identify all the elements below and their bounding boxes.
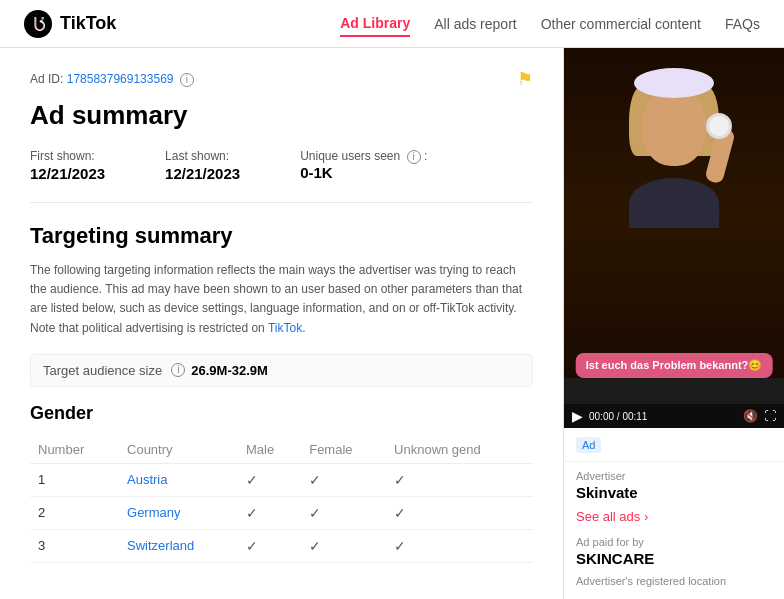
female-check: ✓ bbox=[309, 472, 321, 488]
svg-point-0 bbox=[24, 10, 52, 38]
right-panel: Ist euch das Problem bekannt?😊 ▶ 00:00 /… bbox=[564, 48, 784, 599]
ad-paid-value: SKINCARE bbox=[576, 550, 772, 567]
tiktok-icon bbox=[24, 10, 52, 38]
female-check: ✓ bbox=[309, 538, 321, 554]
ad-id-row: Ad ID: 1785837969133569 i ⚑ bbox=[30, 68, 533, 90]
nav-ad-library[interactable]: Ad Library bbox=[340, 11, 410, 37]
volume-button[interactable]: 🔇 bbox=[743, 409, 758, 423]
col-female: Female bbox=[301, 436, 386, 464]
video-overlay-text: Ist euch das Problem bekannt?😊 bbox=[576, 353, 773, 378]
tiktok-link[interactable]: TikTok bbox=[268, 321, 302, 335]
ad-id-info-icon[interactable]: i bbox=[180, 73, 194, 87]
play-button[interactable]: ▶ bbox=[572, 408, 583, 424]
last-shown-label: Last shown: bbox=[165, 149, 240, 163]
last-shown-block: Last shown: 12/21/2023 bbox=[165, 149, 240, 182]
registered-location-label: Advertiser's registered location bbox=[576, 575, 772, 587]
divider-1 bbox=[30, 202, 533, 203]
unknown-check: ✓ bbox=[394, 538, 406, 554]
ad-badge-label: Ad bbox=[576, 437, 601, 453]
row-female: ✓ bbox=[301, 496, 386, 529]
row-unknown: ✓ bbox=[386, 529, 533, 562]
targeting-desc: The following targeting information refl… bbox=[30, 261, 533, 338]
ad-summary-title: Ad summary bbox=[30, 100, 533, 131]
table-header-row: Number Country Male Female Unknown gend bbox=[30, 436, 533, 464]
see-all-ads-link[interactable]: See all ads bbox=[576, 509, 772, 524]
app-header: TikTok Ad Library All ads report Other c… bbox=[0, 0, 784, 48]
row-country: Austria bbox=[119, 463, 238, 496]
nav-other-commercial[interactable]: Other commercial content bbox=[541, 12, 701, 36]
table-row: 2 Germany ✓ ✓ ✓ bbox=[30, 496, 533, 529]
ad-badge-row: Ad bbox=[564, 428, 784, 462]
targeting-title: Targeting summary bbox=[30, 223, 533, 249]
nav-all-ads-report[interactable]: All ads report bbox=[434, 12, 516, 36]
col-country: Country bbox=[119, 436, 238, 464]
female-check: ✓ bbox=[309, 505, 321, 521]
unique-users-label: Unique users seen i : bbox=[300, 149, 427, 164]
col-number: Number bbox=[30, 436, 119, 464]
logo: TikTok bbox=[24, 10, 116, 38]
logo-text: TikTok bbox=[60, 13, 116, 34]
gender-title: Gender bbox=[30, 403, 533, 424]
ad-paid-label: Ad paid for by bbox=[576, 536, 772, 548]
audience-info-icon[interactable]: i bbox=[171, 363, 185, 377]
male-check: ✓ bbox=[246, 472, 258, 488]
row-country: Switzerland bbox=[119, 529, 238, 562]
main-nav: Ad Library All ads report Other commerci… bbox=[340, 11, 760, 37]
row-male: ✓ bbox=[238, 496, 301, 529]
video-container: Ist euch das Problem bekannt?😊 ▶ 00:00 /… bbox=[564, 48, 784, 428]
main-container: Ad ID: 1785837969133569 i ⚑ Ad summary F… bbox=[0, 48, 784, 599]
row-unknown: ✓ bbox=[386, 496, 533, 529]
row-unknown: ✓ bbox=[386, 463, 533, 496]
row-male: ✓ bbox=[238, 463, 301, 496]
unknown-check: ✓ bbox=[394, 505, 406, 521]
ad-id-text: Ad ID: 1785837969133569 i bbox=[30, 72, 194, 87]
audience-row: Target audience size i 26.9M-32.9M bbox=[30, 354, 533, 387]
unique-users-block: Unique users seen i : 0-1K bbox=[300, 149, 427, 182]
video-controls: ▶ 00:00 / 00:11 🔇 ⛶ bbox=[564, 404, 784, 428]
fullscreen-button[interactable]: ⛶ bbox=[764, 409, 776, 423]
unknown-check: ✓ bbox=[394, 472, 406, 488]
nav-faqs[interactable]: FAQs bbox=[725, 12, 760, 36]
first-shown-value: 12/21/2023 bbox=[30, 165, 105, 182]
row-male: ✓ bbox=[238, 529, 301, 562]
male-check: ✓ bbox=[246, 505, 258, 521]
last-shown-value: 12/21/2023 bbox=[165, 165, 240, 182]
audience-size-label: Target audience size bbox=[43, 363, 162, 378]
male-check: ✓ bbox=[246, 538, 258, 554]
col-unknown: Unknown gend bbox=[386, 436, 533, 464]
unique-users-value: 0-1K bbox=[300, 164, 427, 181]
row-number: 2 bbox=[30, 496, 119, 529]
table-row: 3 Switzerland ✓ ✓ ✓ bbox=[30, 529, 533, 562]
dates-row: First shown: 12/21/2023 Last shown: 12/2… bbox=[30, 149, 533, 182]
col-male: Male bbox=[238, 436, 301, 464]
row-female: ✓ bbox=[301, 463, 386, 496]
row-country: Germany bbox=[119, 496, 238, 529]
flag-icon[interactable]: ⚑ bbox=[517, 68, 533, 90]
row-number: 3 bbox=[30, 529, 119, 562]
row-number: 1 bbox=[30, 463, 119, 496]
gender-table: Number Country Male Female Unknown gend … bbox=[30, 436, 533, 563]
table-row: 1 Austria ✓ ✓ ✓ bbox=[30, 463, 533, 496]
advertiser-label: Advertiser bbox=[576, 470, 772, 482]
audience-size-value: 26.9M-32.9M bbox=[191, 363, 268, 378]
video-time: 00:00 / 00:11 bbox=[589, 411, 737, 422]
first-shown-block: First shown: 12/21/2023 bbox=[30, 149, 105, 182]
ad-id-link[interactable]: 1785837969133569 bbox=[67, 72, 174, 86]
advertiser-name: Skinvate bbox=[576, 484, 772, 501]
unique-users-info-icon[interactable]: i bbox=[407, 150, 421, 164]
right-info: Advertiser Skinvate See all ads Ad paid … bbox=[564, 462, 784, 597]
row-female: ✓ bbox=[301, 529, 386, 562]
video-thumbnail: Ist euch das Problem bekannt?😊 bbox=[564, 48, 784, 428]
first-shown-label: First shown: bbox=[30, 149, 105, 163]
left-panel: Ad ID: 1785837969133569 i ⚑ Ad summary F… bbox=[0, 48, 564, 599]
